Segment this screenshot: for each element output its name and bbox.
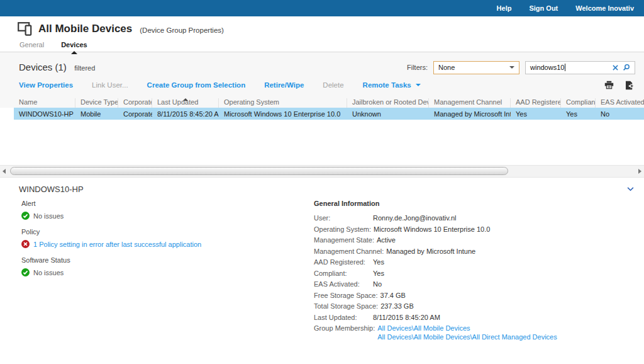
filters-dropdown[interactable]: None: [433, 61, 519, 74]
retire-wipe-button[interactable]: Retire/Wipe: [264, 81, 304, 89]
info-label: Compliant:: [314, 268, 373, 280]
cell-aad-registered: Yes: [511, 110, 561, 118]
column-header-eas-activated[interactable]: EAS Activated: [596, 98, 644, 108]
info-row-user: User: Ronny.de.Jong@inovativ.nl: [314, 213, 644, 224]
help-link[interactable]: Help: [497, 4, 512, 12]
chevron-down-icon: [416, 84, 421, 86]
column-header-corporate[interactable]: Corporate: [118, 98, 152, 108]
horizontal-scrollbar-thumb[interactable]: [10, 167, 508, 175]
info-row-operating-system: Operating System: Microsoft Windows 10 E…: [314, 224, 644, 236]
software-status-heading: Software Status: [21, 256, 314, 264]
general-information-heading: General Information: [314, 200, 644, 207]
column-header-management-channel[interactable]: Management Channel: [429, 98, 511, 108]
print-icon[interactable]: [604, 81, 614, 89]
page-subtitle: (Device Group Properties): [140, 25, 224, 34]
scroll-right-arrow-icon[interactable]: [638, 169, 641, 174]
error-icon: [21, 240, 30, 248]
policy-heading: Policy: [21, 228, 314, 236]
info-label: Last Updated:: [314, 312, 373, 324]
ok-check-icon: [21, 212, 30, 220]
info-label: Operating System:: [314, 224, 374, 236]
info-row-free-storage: Free Storage Space: 37.4 GB: [314, 290, 644, 302]
alert-status: No issues: [21, 212, 314, 220]
table-row[interactable]: WINDOWS10-HP Mobile Corporate 8/11/2015 …: [14, 108, 644, 120]
cell-last-updated: 8/11/2015 8:45:20 AM: [152, 110, 219, 118]
info-value: Active: [377, 235, 396, 246]
filters-label: Filters:: [407, 64, 428, 71]
search-input[interactable]: windows10: [525, 61, 635, 74]
filter-controls: Filters: None windows10: [407, 61, 635, 74]
page-title: All Mobile Devices: [38, 23, 132, 35]
info-label: Management Channel:: [314, 246, 386, 258]
tab-devices-label: Devices: [61, 41, 87, 48]
alert-status-text: No issues: [33, 212, 64, 220]
horizontal-scrollbar: [0, 165, 644, 178]
cell-jailbroken: Unknown: [347, 110, 429, 118]
tab-bar: General Devices: [18, 41, 644, 54]
devices-content: Devices (1) filtered Filters: None windo…: [0, 52, 644, 178]
info-row-eas-activated: EAS Activated: No: [314, 279, 644, 290]
group-membership-link[interactable]: All Devices\All Mobile Devices\All Direc…: [377, 333, 557, 342]
cell-compliant: Yes: [561, 110, 596, 118]
device-group-icon: [18, 22, 34, 36]
devices-table-body: WINDOWS10-HP Mobile Corporate 8/11/2015 …: [0, 108, 644, 165]
clear-search-icon[interactable]: [613, 65, 618, 71]
info-label: Management State:: [314, 235, 377, 246]
search-input-value: windows10: [530, 64, 608, 71]
info-value: 37.4 GB: [380, 290, 406, 302]
detail-pane-header: WINDOWS10-HP: [0, 178, 644, 195]
column-header-operating-system[interactable]: Operating System: [219, 98, 347, 108]
view-properties-button[interactable]: View Properties: [19, 81, 73, 89]
filters-dropdown-value: None: [438, 64, 455, 71]
column-header-compliant[interactable]: Compliant: [561, 98, 596, 108]
tab-general[interactable]: General: [19, 41, 44, 54]
info-row-group-membership: Group Membership: All Devices\All Mobile…: [314, 323, 644, 341]
column-header-name[interactable]: Name: [14, 98, 75, 108]
column-header-aad-registered[interactable]: AAD Registered: [511, 98, 561, 108]
scroll-left-arrow-icon[interactable]: [3, 169, 6, 174]
info-row-management-state: Management State: Active: [314, 235, 644, 246]
policy-status: 1 Policy setting in error after last suc…: [21, 240, 314, 248]
group-membership-link[interactable]: All Devices\All Mobile Devices: [377, 324, 557, 333]
intune-console-window: Help Sign Out Welcome Inovativ All Mobil…: [0, 0, 644, 364]
alert-heading: Alert: [21, 200, 314, 207]
cell-corporate: Corporate: [118, 110, 152, 118]
info-value: 8/11/2015 8:45:20 AM: [373, 312, 440, 324]
welcome-user-link[interactable]: Welcome Inovativ: [575, 4, 634, 12]
detail-pane-body: Alert No issues Policy 1 Policy setting …: [0, 195, 644, 341]
list-header: Devices (1) filtered Filters: None windo…: [0, 52, 644, 75]
group-membership-links: All Devices\All Mobile Devices All Devic…: [377, 323, 557, 341]
info-value: 237.33 GB: [380, 301, 414, 312]
cell-eas-activated: No: [596, 110, 644, 118]
column-header-last-updated-label: Last Updated: [157, 98, 198, 106]
delete-button: Delete: [323, 81, 343, 89]
link-user-button: Link User...: [92, 81, 128, 89]
info-label: Group Membership:: [314, 323, 377, 341]
devices-count-heading: Devices (1): [19, 62, 67, 72]
create-group-from-selection-button[interactable]: Create Group from Selection: [147, 81, 246, 89]
policy-error-link[interactable]: 1 Policy setting in error after last suc…: [33, 241, 201, 248]
collapse-pane-chevron-icon[interactable]: [627, 187, 634, 191]
sort-ascending-icon: [183, 98, 188, 101]
info-label: AAD Registered:: [314, 257, 373, 268]
tab-devices[interactable]: Devices: [61, 41, 87, 54]
cell-device-type: Mobile: [75, 110, 118, 118]
info-value: Yes: [373, 268, 384, 280]
search-icon[interactable]: [623, 64, 630, 71]
software-status: No issues: [21, 268, 314, 276]
remote-tasks-menu-button[interactable]: Remote Tasks: [363, 81, 421, 89]
active-tab-marker-icon: [71, 51, 77, 54]
column-header-last-updated[interactable]: Last Updated: [152, 98, 219, 108]
cell-management-channel: Managed by Microsoft Intune: [429, 110, 511, 118]
column-header-device-type[interactable]: Device Type: [75, 98, 118, 108]
column-header-jailbroken[interactable]: Jailbroken or Rooted Device: [347, 98, 429, 108]
cell-name: WINDOWS10-HP: [14, 110, 75, 118]
export-icon[interactable]: [625, 81, 634, 90]
info-label: Total Storage Space:: [314, 301, 380, 312]
filtered-badge: filtered: [74, 64, 95, 72]
info-label: Free Storage Space:: [314, 290, 380, 302]
device-detail-pane: WINDOWS10-HP Alert No issues Policy: [0, 178, 644, 364]
status-column: Alert No issues Policy 1 Policy setting …: [21, 200, 314, 341]
remote-tasks-label: Remote Tasks: [363, 81, 411, 89]
sign-out-link[interactable]: Sign Out: [529, 4, 558, 12]
